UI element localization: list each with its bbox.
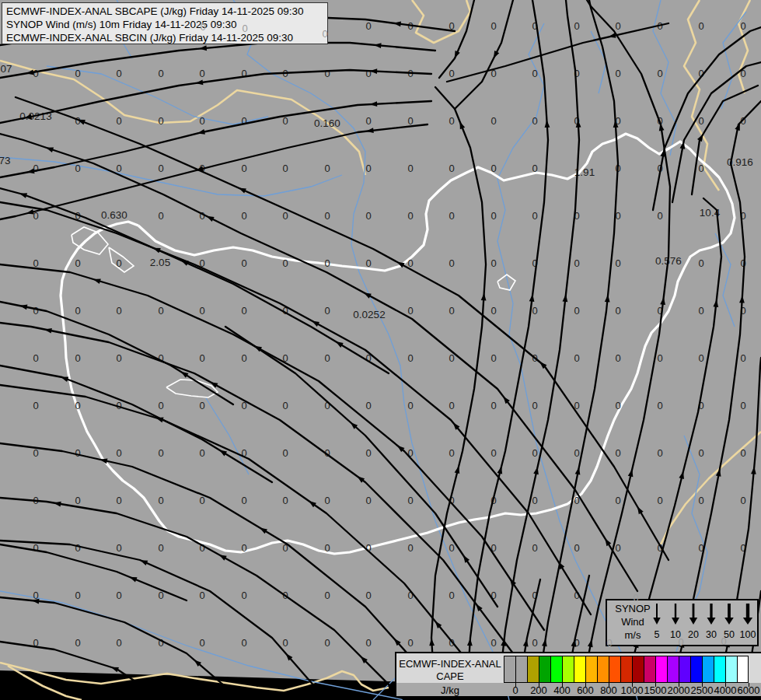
grid-value: 0 <box>116 305 121 317</box>
grid-value: 0 <box>698 20 703 32</box>
cape-legend-units: J/kg <box>396 684 504 696</box>
grid-value: 0 <box>75 257 80 269</box>
cape-cell <box>585 656 597 683</box>
grid-value: 0 <box>116 115 121 127</box>
grid-value: 0 <box>698 163 703 174</box>
wind-arrow-icon <box>743 618 752 625</box>
special-value: 07 <box>0 63 12 75</box>
grid-value: 0 <box>116 590 121 601</box>
grid-value: 0 <box>324 637 330 649</box>
grid-value: 0 <box>116 163 121 174</box>
cape-legend-name: ECMWF-INDEX-ANAL <box>396 658 504 670</box>
grid-value: 0 <box>407 352 413 364</box>
grid-value: 0 <box>490 115 496 127</box>
grid-value: 0 <box>75 447 80 459</box>
cape-cell <box>504 656 515 683</box>
grid-value: 0 <box>199 305 204 317</box>
grid-value: 0 <box>365 495 371 506</box>
grid-value: 0 <box>740 447 745 459</box>
grid-value: 0 <box>574 305 579 317</box>
grid-value: 0 <box>574 20 579 32</box>
cape-tick-label: 6000 <box>733 684 761 696</box>
grid-value: 0 <box>365 163 371 174</box>
grid-value: 0 <box>324 352 330 364</box>
grid-value: 0 <box>532 163 537 174</box>
title-box: ECMWF-INDEX-ANAL SBCAPE (J/kg) Friday 14… <box>2 2 328 44</box>
map-canvas: 0000000000000000000000000000000000000000… <box>0 0 761 700</box>
grid-value: 0 <box>324 305 330 317</box>
grid-value: 0 <box>532 305 537 317</box>
grid-value: 0 <box>740 352 745 364</box>
gray-field-value: 0 <box>242 23 247 34</box>
grid-value: 0 <box>324 163 330 174</box>
grid-value: 0 <box>407 257 413 269</box>
grid-value: 0 <box>490 257 496 269</box>
grid-value: 0 <box>740 400 745 411</box>
grid-value: 0 <box>241 495 246 506</box>
grid-value: 0 <box>532 637 537 649</box>
grid-value: 0 <box>490 305 496 317</box>
cape-cell <box>574 656 585 683</box>
grid-value: 0 <box>698 115 703 127</box>
grid-value: 0 <box>282 210 288 222</box>
special-value: 0.0252 <box>353 309 385 320</box>
grid-value: 0 <box>449 590 454 601</box>
cape-cell <box>527 656 539 683</box>
grid-value: 0 <box>241 590 246 601</box>
grid-value: 0 <box>532 447 537 459</box>
grid-value: 0 <box>365 210 371 222</box>
grid-value: 0 <box>449 163 454 174</box>
grid-value: 0 <box>75 352 80 364</box>
gray-field-value: 0 <box>606 637 612 649</box>
special-value: 2.05 <box>150 257 170 268</box>
cape-cell <box>609 656 620 683</box>
grid-value: 0 <box>116 257 121 269</box>
grid-value: 0 <box>75 495 80 506</box>
grid-value: 0 <box>657 68 662 79</box>
grid-value: 0 <box>282 257 288 269</box>
wind-legend-label: SYNOP <box>615 603 651 614</box>
grid-value: 0 <box>365 590 371 601</box>
grid-value: 0 <box>365 447 371 459</box>
grid-value: 0 <box>490 447 496 459</box>
grid-value: 0 <box>33 352 38 364</box>
grid-value: 0 <box>199 447 204 459</box>
grid-value: 0 <box>657 210 662 222</box>
grid-value: 0 <box>241 257 246 269</box>
grid-value: 0 <box>158 305 163 317</box>
cape-cell <box>562 656 574 683</box>
grid-value: 0 <box>657 447 662 459</box>
grid-value: 0 <box>33 68 38 79</box>
cape-cell <box>725 656 737 683</box>
grid-value: 0 <box>75 542 80 554</box>
grid-value: 0 <box>365 637 371 649</box>
grid-value: 0 <box>615 400 620 411</box>
grid-value: 0 <box>490 210 496 222</box>
grid-value: 0 <box>116 68 121 79</box>
wind-legend-label: m/s <box>625 629 641 641</box>
grid-value: 0 <box>574 447 579 459</box>
grid-value: 0 <box>698 495 703 506</box>
wind-speed-label: 20 <box>688 629 699 640</box>
grid-value: 0 <box>365 20 371 32</box>
special-value: 0.160 <box>314 117 340 129</box>
gray-field-value: 0 <box>322 28 327 40</box>
grid-value: 0 <box>532 495 537 506</box>
grid-value: 0 <box>324 210 330 222</box>
grid-value: 0 <box>574 257 579 269</box>
grid-value: 0 <box>532 542 537 554</box>
gray-field-value: 0 <box>721 635 726 647</box>
grid-value: 0 <box>75 305 80 317</box>
grid-value: 0 <box>199 590 204 601</box>
grid-value: 0 <box>449 210 454 222</box>
grid-value: 0 <box>407 210 413 222</box>
grid-value: 0 <box>116 447 121 459</box>
wind-legend-label: Wind <box>621 616 644 628</box>
cape-cell <box>550 656 562 683</box>
grid-value: 0 <box>407 542 413 554</box>
grid-value: 0 <box>75 637 80 649</box>
grid-value: 0 <box>75 68 80 79</box>
grid-value: 0 <box>158 400 163 411</box>
grid-value: 0 <box>324 257 330 269</box>
grid-value: 0 <box>75 163 80 174</box>
